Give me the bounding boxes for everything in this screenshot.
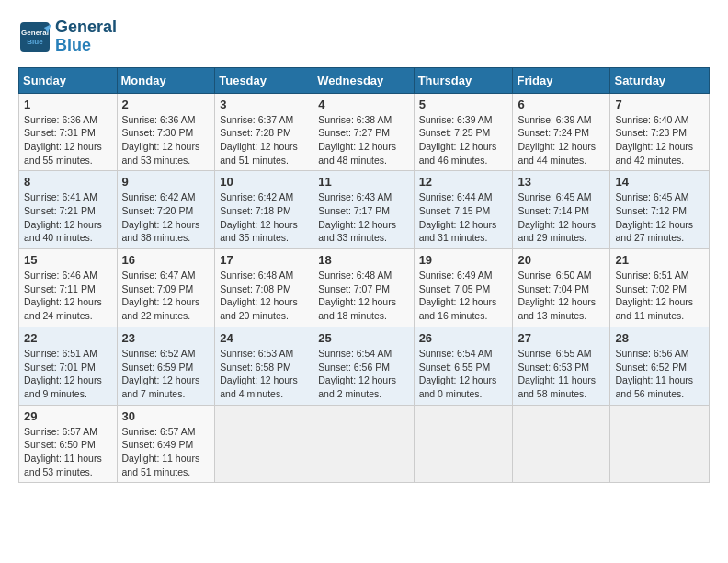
day-number: 30: [122, 409, 210, 423]
calendar-cell: [414, 405, 513, 483]
svg-rect-0: [20, 22, 50, 52]
calendar-cell: 17Sunrise: 6:48 AM Sunset: 7:08 PM Dayli…: [215, 249, 313, 327]
calendar-cell: 21Sunrise: 6:51 AM Sunset: 7:02 PM Dayli…: [610, 249, 710, 327]
column-header-friday: Friday: [513, 67, 610, 93]
calendar-cell: 2Sunrise: 6:36 AM Sunset: 7:30 PM Daylig…: [117, 93, 215, 171]
day-info: Sunrise: 6:57 AM Sunset: 6:50 PM Dayligh…: [24, 425, 112, 479]
day-number: 27: [518, 331, 605, 345]
calendar-cell: 19Sunrise: 6:49 AM Sunset: 7:05 PM Dayli…: [414, 249, 513, 327]
day-number: 6: [518, 98, 605, 111]
calendar-cell: 7Sunrise: 6:40 AM Sunset: 7:23 PM Daylig…: [610, 93, 710, 171]
day-number: 12: [419, 175, 508, 189]
calendar-cell: 1Sunrise: 6:36 AM Sunset: 7:31 PM Daylig…: [19, 93, 118, 171]
day-info: Sunrise: 6:53 AM Sunset: 6:58 PM Dayligh…: [220, 347, 308, 401]
column-header-tuesday: Tuesday: [215, 67, 313, 93]
column-header-wednesday: Wednesday: [313, 67, 414, 93]
day-info: Sunrise: 6:54 AM Sunset: 6:55 PM Dayligh…: [419, 347, 508, 401]
day-number: 5: [419, 98, 508, 111]
day-number: 2: [122, 98, 210, 111]
calendar-cell: 20Sunrise: 6:50 AM Sunset: 7:04 PM Dayli…: [513, 249, 610, 327]
day-number: 20: [518, 253, 605, 267]
calendar-cell: [513, 405, 610, 483]
svg-text:Blue: Blue: [27, 38, 43, 46]
calendar-cell: 9Sunrise: 6:42 AM Sunset: 7:20 PM Daylig…: [117, 171, 215, 249]
day-number: 11: [318, 175, 408, 189]
logo: General Blue General Blue: [18, 18, 117, 55]
calendar-week-row: 22Sunrise: 6:51 AM Sunset: 7:01 PM Dayli…: [19, 327, 710, 405]
calendar-cell: 18Sunrise: 6:48 AM Sunset: 7:07 PM Dayli…: [313, 249, 414, 327]
calendar-week-row: 8Sunrise: 6:41 AM Sunset: 7:21 PM Daylig…: [19, 171, 710, 249]
calendar-cell: [313, 405, 414, 483]
day-number: 3: [220, 98, 308, 111]
day-info: Sunrise: 6:44 AM Sunset: 7:15 PM Dayligh…: [419, 190, 508, 245]
day-number: 8: [24, 175, 112, 189]
day-number: 26: [419, 331, 508, 345]
day-info: Sunrise: 6:37 AM Sunset: 7:28 PM Dayligh…: [220, 113, 308, 167]
calendar-cell: 23Sunrise: 6:52 AM Sunset: 6:59 PM Dayli…: [117, 327, 215, 405]
day-number: 29: [24, 409, 112, 423]
calendar-cell: 24Sunrise: 6:53 AM Sunset: 6:58 PM Dayli…: [215, 327, 313, 405]
column-header-thursday: Thursday: [414, 67, 513, 93]
day-info: Sunrise: 6:48 AM Sunset: 7:08 PM Dayligh…: [220, 269, 308, 323]
svg-text:General: General: [21, 29, 49, 37]
day-info: Sunrise: 6:56 AM Sunset: 6:52 PM Dayligh…: [615, 347, 704, 401]
day-info: Sunrise: 6:49 AM Sunset: 7:05 PM Dayligh…: [419, 269, 508, 323]
day-number: 13: [518, 175, 605, 189]
day-info: Sunrise: 6:41 AM Sunset: 7:21 PM Dayligh…: [24, 190, 112, 245]
calendar-cell: 22Sunrise: 6:51 AM Sunset: 7:01 PM Dayli…: [19, 327, 118, 405]
calendar-cell: 12Sunrise: 6:44 AM Sunset: 7:15 PM Dayli…: [414, 171, 513, 249]
column-header-monday: Monday: [117, 67, 215, 93]
day-number: 16: [122, 253, 210, 267]
day-info: Sunrise: 6:47 AM Sunset: 7:09 PM Dayligh…: [122, 269, 210, 323]
day-number: 4: [318, 98, 408, 111]
calendar-cell: [610, 405, 710, 483]
calendar-cell: 5Sunrise: 6:39 AM Sunset: 7:25 PM Daylig…: [414, 93, 513, 171]
day-info: Sunrise: 6:45 AM Sunset: 7:14 PM Dayligh…: [518, 190, 605, 245]
calendar-cell: 16Sunrise: 6:47 AM Sunset: 7:09 PM Dayli…: [117, 249, 215, 327]
day-info: Sunrise: 6:39 AM Sunset: 7:25 PM Dayligh…: [419, 113, 508, 167]
day-number: 1: [24, 98, 112, 111]
calendar-cell: 26Sunrise: 6:54 AM Sunset: 6:55 PM Dayli…: [414, 327, 513, 405]
calendar-week-row: 29Sunrise: 6:57 AM Sunset: 6:50 PM Dayli…: [19, 405, 710, 483]
day-number: 25: [318, 331, 408, 345]
calendar-table: SundayMondayTuesdayWednesdayThursdayFrid…: [18, 67, 710, 484]
day-info: Sunrise: 6:57 AM Sunset: 6:49 PM Dayligh…: [122, 425, 210, 479]
day-info: Sunrise: 6:51 AM Sunset: 7:02 PM Dayligh…: [615, 269, 704, 323]
day-number: 9: [122, 175, 210, 189]
day-info: Sunrise: 6:48 AM Sunset: 7:07 PM Dayligh…: [318, 269, 408, 323]
day-info: Sunrise: 6:36 AM Sunset: 7:30 PM Dayligh…: [122, 113, 210, 167]
calendar-cell: 25Sunrise: 6:54 AM Sunset: 6:56 PM Dayli…: [313, 327, 414, 405]
day-number: 24: [220, 331, 308, 345]
day-info: Sunrise: 6:39 AM Sunset: 7:24 PM Dayligh…: [518, 113, 605, 167]
day-number: 19: [419, 253, 508, 267]
calendar-cell: 13Sunrise: 6:45 AM Sunset: 7:14 PM Dayli…: [513, 171, 610, 249]
day-number: 18: [318, 253, 408, 267]
calendar-header-row: SundayMondayTuesdayWednesdayThursdayFrid…: [19, 67, 710, 93]
day-info: Sunrise: 6:40 AM Sunset: 7:23 PM Dayligh…: [615, 113, 704, 167]
day-info: Sunrise: 6:55 AM Sunset: 6:53 PM Dayligh…: [518, 347, 605, 401]
calendar-cell: 11Sunrise: 6:43 AM Sunset: 7:17 PM Dayli…: [313, 171, 414, 249]
calendar-cell: 15Sunrise: 6:46 AM Sunset: 7:11 PM Dayli…: [19, 249, 118, 327]
calendar-cell: [215, 405, 313, 483]
column-header-saturday: Saturday: [610, 67, 710, 93]
calendar-cell: 29Sunrise: 6:57 AM Sunset: 6:50 PM Dayli…: [19, 405, 118, 483]
day-info: Sunrise: 6:45 AM Sunset: 7:12 PM Dayligh…: [615, 190, 704, 245]
calendar-cell: 27Sunrise: 6:55 AM Sunset: 6:53 PM Dayli…: [513, 327, 610, 405]
day-info: Sunrise: 6:36 AM Sunset: 7:31 PM Dayligh…: [24, 113, 112, 167]
column-header-sunday: Sunday: [19, 67, 118, 93]
day-number: 17: [220, 253, 308, 267]
day-number: 21: [615, 253, 704, 267]
day-number: 14: [615, 175, 704, 189]
day-info: Sunrise: 6:51 AM Sunset: 7:01 PM Dayligh…: [24, 347, 112, 401]
day-number: 15: [24, 253, 112, 267]
logo-general: General: [55, 18, 117, 37]
day-info: Sunrise: 6:42 AM Sunset: 7:20 PM Dayligh…: [122, 190, 210, 245]
day-info: Sunrise: 6:38 AM Sunset: 7:27 PM Dayligh…: [318, 113, 408, 167]
day-info: Sunrise: 6:43 AM Sunset: 7:17 PM Dayligh…: [318, 190, 408, 245]
calendar-cell: 8Sunrise: 6:41 AM Sunset: 7:21 PM Daylig…: [19, 171, 118, 249]
day-number: 28: [615, 331, 704, 345]
day-number: 7: [615, 98, 704, 111]
day-number: 22: [24, 331, 112, 345]
day-info: Sunrise: 6:42 AM Sunset: 7:18 PM Dayligh…: [220, 190, 308, 245]
day-info: Sunrise: 6:54 AM Sunset: 6:56 PM Dayligh…: [318, 347, 408, 401]
